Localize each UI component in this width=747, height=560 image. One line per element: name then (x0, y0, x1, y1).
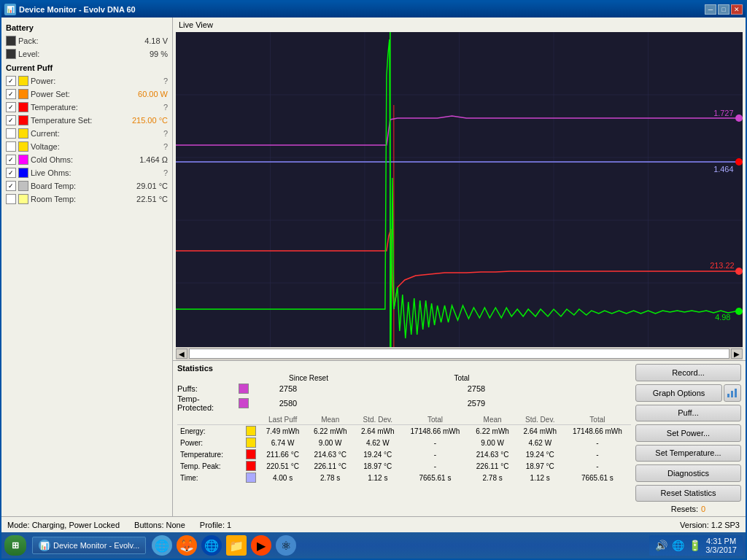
stats-lp-3: 220.51 °C (259, 460, 306, 472)
browser-icon-3[interactable]: 🌐 (201, 535, 222, 556)
stats-total2-1: - (564, 437, 631, 448)
start-button[interactable]: ⊞ (4, 535, 26, 556)
voltage-label: Voltage: (31, 142, 115, 151)
minimize-button[interactable]: ─ (705, 4, 716, 15)
current-label: Current: (31, 129, 115, 138)
stats-mean2-3: 226.11 °C (469, 460, 516, 472)
statistics-table: Last Puff Mean Std. Dev. Total Mean Std.… (177, 415, 631, 483)
stats-mean1-1: 9.00 W (306, 437, 354, 448)
board-temp-row: ✓ Board Temp: 29.01 °C (6, 179, 168, 192)
puff-button[interactable]: Puff... (635, 405, 741, 422)
scrollbar-track[interactable] (189, 349, 729, 359)
room-temp-value: 22.51 °C (117, 195, 168, 203)
col-mean1: Mean (306, 415, 354, 425)
resets-value: 0 (701, 505, 705, 513)
power-set-checkbox[interactable]: ✓ (6, 89, 16, 99)
svg-rect-23 (735, 389, 737, 397)
svg-rect-21 (727, 394, 729, 397)
stats-row-4: Time: 4.00 s 2.78 s 1.12 s 7665.61 s 2.7… (177, 472, 631, 483)
graph-options-row: Graph Options (635, 384, 741, 402)
stats-row-3: Temp. Peak: 220.51 °C 226.11 °C 18.97 °C… (177, 460, 631, 472)
col-total2: Total (564, 415, 631, 425)
svg-rect-22 (731, 391, 733, 397)
stats-std2-0: 2.64 mWh (516, 425, 564, 438)
scroll-left-button[interactable]: ◀ (176, 349, 187, 359)
record-button[interactable]: Record... (635, 364, 741, 381)
battery-section-header: Battery (6, 23, 168, 32)
stats-label-0: Energy: (177, 425, 243, 438)
close-button[interactable]: ✕ (731, 4, 743, 15)
current-value: ? (117, 129, 168, 138)
browser-icon-2[interactable]: 🦊 (177, 535, 197, 556)
maximize-button[interactable]: □ (718, 4, 729, 15)
statistics-panel: Statistics Since Reset Total Puffs: 2758… (173, 360, 746, 516)
temperature-checkbox[interactable]: ✓ (6, 102, 16, 112)
scroll-right-button[interactable]: ▶ (731, 349, 743, 359)
stats-swatch-2 (243, 448, 259, 460)
col-last-puff: Last Puff (259, 415, 306, 425)
voltage-checkbox[interactable] (6, 141, 16, 152)
set-temperature-button[interactable]: Set Temperature... (635, 445, 741, 462)
power-checkbox[interactable]: ✓ (6, 76, 16, 86)
browser-icon-1[interactable]: 🌐 (152, 535, 172, 556)
folder-icon[interactable]: 📁 (226, 535, 247, 556)
svg-text:1.464: 1.464 (713, 165, 733, 174)
room-temp-label: Room Temp: (31, 195, 115, 203)
stats-total1-0: 17148.66 mWh (401, 425, 468, 438)
taskbar-right: 🔊 🌐 🔋 4:31 PM 3/3/2017 (649, 535, 743, 556)
temperature-set-checkbox[interactable]: ✓ (6, 115, 16, 125)
statistics-content: Statistics Since Reset Total Puffs: 2758… (177, 364, 631, 513)
cold-ohms-swatch (18, 155, 28, 165)
current-checkbox[interactable] (6, 128, 16, 139)
media-icon[interactable]: ▶ (251, 535, 271, 556)
since-reset-header: Since Reset (279, 374, 338, 382)
puffs-row: Puffs: 2758 2758 (177, 384, 631, 394)
temp-protected-total: 2579 (447, 399, 506, 408)
stats-row-2: Temperature: 211.66 °C 214.63 °C 19.24 °… (177, 448, 631, 460)
live-view-label: Live View (179, 20, 213, 29)
stats-mean1-2: 214.63 °C (306, 448, 354, 460)
cold-ohms-checkbox[interactable]: ✓ (6, 155, 16, 165)
graph-options-button[interactable]: Graph Options (635, 384, 722, 402)
svg-text:213.22: 213.22 (710, 261, 734, 270)
power-value: ? (117, 77, 168, 85)
room-temp-row: Room Temp: 22.51 °C (6, 192, 168, 206)
graph-area: 1.727 1.464 213.22 4.98 (176, 32, 743, 347)
stats-std1-3: 18.97 °C (354, 460, 401, 472)
diagnostics-button[interactable]: Diagnostics (635, 464, 741, 482)
status-bar: Mode: Charging, Power Locked Buttons: No… (1, 516, 746, 532)
stats-mean1-3: 226.11 °C (306, 460, 354, 472)
puffs-total: 2758 (447, 384, 506, 393)
titlebar-controls: ─ □ ✕ (705, 4, 743, 15)
pack-row: Pack: 4.18 V (6, 34, 168, 47)
stats-total2-4: 7665.61 s (564, 472, 631, 483)
col-swatch (243, 415, 259, 425)
start-icon: ⊞ (12, 540, 19, 551)
puffs-label-area (177, 374, 250, 382)
graph-options-icon[interactable] (724, 384, 741, 402)
stats-label-3: Temp. Peak: (177, 460, 243, 472)
temperature-swatch (18, 102, 28, 112)
board-temp-checkbox[interactable]: ✓ (6, 181, 16, 191)
room-temp-checkbox[interactable] (6, 194, 16, 204)
atom-icon[interactable]: ⚛ (276, 535, 296, 556)
set-power-button[interactable]: Set Power... (635, 424, 741, 442)
reset-statistics-button[interactable]: Reset Statistics (635, 485, 741, 502)
svg-point-17 (735, 268, 743, 275)
voltage-value: ? (117, 142, 168, 151)
stats-swatch-1 (243, 437, 259, 448)
live-ohms-label: Live Ohms: (31, 168, 115, 177)
quick-launch: 🌐 🦊 🌐 📁 ▶ ⚛ (152, 535, 296, 556)
cold-ohms-value: 1.464 Ω (117, 155, 168, 164)
cold-ohms-label: Cold Ohms: (31, 155, 115, 164)
power-set-label: Power Set: (31, 90, 115, 98)
stats-total1-2: - (401, 448, 468, 460)
stats-lp-4: 4.00 s (259, 472, 306, 483)
stats-std2-1: 4.62 W (516, 437, 564, 448)
statistics-header: Statistics (177, 364, 631, 373)
main-window: 📊 Device Monitor - Evolv DNA 60 ─ □ ✕ Ba… (0, 0, 747, 560)
power-swatch (18, 76, 28, 86)
stats-std1-4: 1.12 s (354, 472, 401, 483)
taskbar-app-device-monitor[interactable]: 📊 Device Monitor - Evolv... (32, 537, 146, 554)
live-ohms-checkbox[interactable]: ✓ (6, 168, 16, 178)
